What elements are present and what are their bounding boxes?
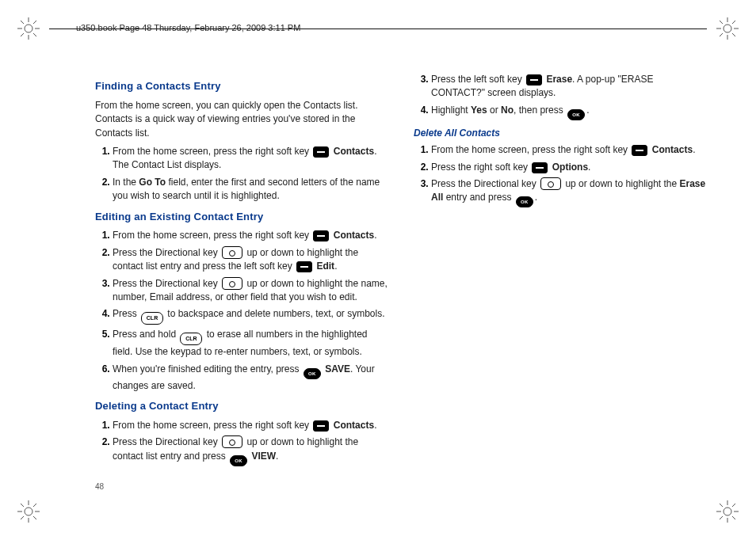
- svg-line-17: [732, 21, 735, 24]
- directional-key-icon: [540, 177, 561, 190]
- list-item: Highlight Yes or No, then press OK.: [431, 104, 707, 120]
- list-item: When you're finished editing the entry, …: [113, 363, 388, 393]
- ok-key-icon: OK: [230, 455, 247, 466]
- directional-key-icon: [222, 277, 242, 290]
- list-item: From the home screen, press the right so…: [113, 419, 388, 432]
- soft-key-icon: [632, 145, 647, 156]
- svg-line-8: [33, 21, 36, 24]
- list-editing: From the home screen, press the right so…: [95, 229, 388, 393]
- corner-ornament-icon: [17, 17, 40, 40]
- clr-key-icon: CLR: [180, 333, 202, 345]
- page-body: Finding a Contacts Entry From the home s…: [95, 73, 707, 472]
- corner-ornament-icon: [716, 500, 739, 523]
- list-item: Press and hold CLR to erase all numbers …: [113, 328, 388, 359]
- svg-line-5: [21, 21, 24, 24]
- heading-deleting: Deleting a Contact Entry: [95, 399, 388, 414]
- list-item: Press the right soft key Options.: [431, 161, 707, 174]
- ok-key-icon: OK: [567, 109, 585, 120]
- svg-line-34: [720, 516, 723, 519]
- svg-point-18: [25, 508, 32, 515]
- list-item: From the home screen, press the right so…: [113, 229, 388, 242]
- clr-key-icon: CLR: [141, 312, 163, 325]
- list-item: Press the Directional key up or down to …: [113, 246, 388, 274]
- soft-key-icon: [313, 230, 329, 241]
- svg-line-14: [720, 21, 723, 24]
- list-item: Press the Directional key up or down to …: [113, 277, 388, 305]
- intro-finding: From the home screen, you can quickly op…: [95, 99, 388, 140]
- corner-ornament-icon: [716, 17, 739, 40]
- list-item: Press the left soft key Erase. A pop-up …: [431, 73, 707, 101]
- soft-key-icon: [296, 261, 312, 272]
- list-item: In the Go To field, enter the first and …: [113, 176, 388, 203]
- list-item: Press CLR to backspace and delete number…: [113, 307, 388, 325]
- list-item: Press the Directional key up or down to …: [431, 177, 707, 207]
- svg-line-23: [21, 504, 24, 507]
- heading-deleteall: Delete All Contacts: [414, 127, 707, 140]
- directional-key-icon: [222, 435, 242, 448]
- ok-key-icon: OK: [304, 368, 321, 379]
- svg-point-0: [25, 25, 32, 32]
- svg-line-32: [720, 504, 723, 507]
- soft-key-icon: [526, 74, 542, 86]
- list-item: From the home screen, press the right so…: [113, 145, 388, 173]
- svg-point-27: [724, 508, 731, 515]
- svg-line-15: [732, 33, 735, 36]
- svg-line-25: [21, 516, 24, 519]
- list-deleteall: From the home screen, press the right so…: [414, 143, 707, 207]
- ok-key-icon: OK: [516, 196, 533, 207]
- soft-key-icon: [532, 162, 548, 173]
- soft-key-icon: [313, 420, 329, 432]
- page-number: 48: [95, 481, 104, 493]
- soft-key-icon: [313, 146, 329, 158]
- doc-meta-line: u350.book Page 48 Thursday, February 26,…: [76, 22, 300, 35]
- svg-line-26: [33, 504, 36, 507]
- list-item: From the home screen, press the right so…: [431, 143, 707, 157]
- svg-line-33: [732, 516, 735, 519]
- svg-line-7: [21, 33, 24, 36]
- heading-finding: Finding a Contacts Entry: [95, 79, 388, 94]
- svg-line-16: [720, 33, 723, 36]
- svg-line-24: [33, 516, 36, 519]
- heading-editing: Editing an Existing Contact Entry: [95, 210, 388, 225]
- svg-point-9: [724, 25, 731, 32]
- svg-line-35: [732, 504, 735, 507]
- svg-line-6: [33, 33, 36, 36]
- list-finding: From the home screen, press the right so…: [95, 145, 388, 203]
- corner-ornament-icon: [17, 500, 40, 523]
- list-item: Press the Directional key up or down to …: [113, 435, 388, 466]
- directional-key-icon: [222, 246, 242, 259]
